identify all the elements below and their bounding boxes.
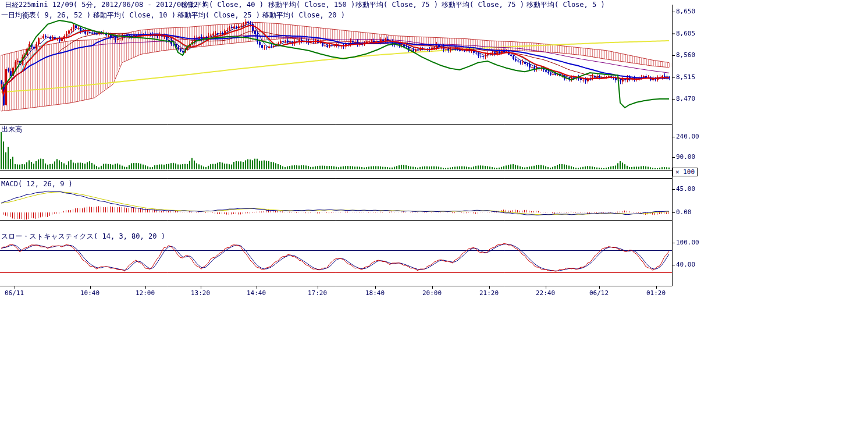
volume-panel-label: 出来高 [1, 125, 22, 133]
time-axis-label: 12:00 [136, 289, 155, 297]
macd-panel-label: MACD( 12, 26, 9 ) [1, 180, 73, 188]
legend-ma10: 移動平均( Close, 10 ) [93, 11, 176, 19]
time-axis-label: 17:20 [308, 289, 327, 297]
chart-title: 日経225mini 12/09( 5分, 2012/06/08 - 2012/0… [5, 1, 207, 9]
volume-unit-box: × 100 [673, 168, 698, 176]
time-axis-label: 22:40 [536, 289, 555, 297]
legend-ichimoku: 一目均衡表( 9, 26, 52 ) [1, 11, 91, 19]
time-axis-label: 01:20 [646, 289, 666, 297]
legend-ma75-a: 移動平均( Close, 75 ) [355, 1, 438, 9]
legend-ma150: 移動平均( Close, 150 ) [268, 1, 355, 9]
price-axis-label: 8,515 [676, 73, 695, 81]
macd-axis-label: 45.00 [676, 185, 695, 193]
legend-ma25: 移動平均( Close, 25 ) [177, 11, 260, 19]
time-axis-label: 21:20 [479, 289, 499, 297]
legend-ma75-b: 移動平均( Close, 75 ) [442, 1, 524, 9]
time-axis-label: 14:40 [247, 289, 266, 297]
chart-application: 日経225mini 12/09( 5分, 2012/06/08 - 2012/0… [0, 0, 868, 447]
legend-ma5: 移動平均( Close, 5 ) [527, 1, 605, 9]
price-axis-label: 8,560 [676, 51, 695, 59]
stoch-axis-label: 40.00 [676, 261, 695, 268]
stoch-panel-label: スロー・ストキャスティクス( 14, 3, 80, 20 ) [1, 232, 165, 240]
time-axis-label: 18:40 [365, 289, 385, 297]
legend-ma40: 移動平均( Close, 40 ) [181, 1, 264, 9]
chart-canvas [0, 0, 705, 303]
volume-axis-label: 240.00 [676, 133, 699, 140]
volume-axis-label: 90.00 [676, 153, 695, 161]
stoch-axis-label: 100.00 [676, 239, 699, 246]
time-axis-label: 13:20 [191, 289, 210, 297]
price-axis-label: 8,605 [676, 30, 695, 37]
price-axis-label: 8,650 [676, 8, 695, 15]
legend-ma20: 移動平均( Close, 20 ) [262, 11, 345, 19]
macd-axis-label: 0.00 [676, 208, 692, 216]
time-axis-label: 20:00 [422, 289, 442, 297]
price-axis-label: 8,470 [676, 95, 695, 102]
time-axis-label: 06/11 [5, 289, 24, 297]
time-axis-label: 10:40 [80, 289, 99, 297]
time-axis-label: 06/12 [589, 289, 609, 297]
